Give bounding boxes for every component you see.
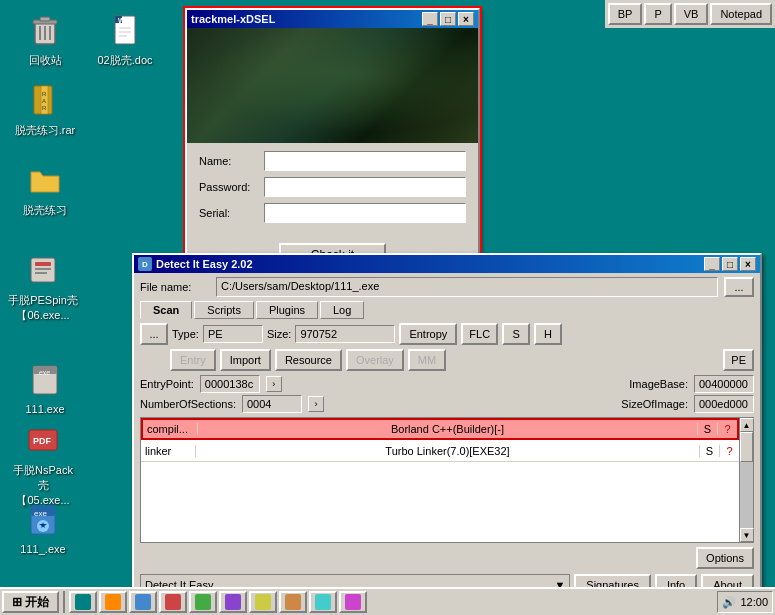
password-row: Password: bbox=[199, 177, 466, 197]
options-button[interactable]: Options bbox=[696, 547, 754, 569]
systray-time: 12:00 bbox=[740, 596, 768, 608]
svg-rect-39 bbox=[345, 594, 361, 610]
entrypoint-label: EntryPoint: bbox=[140, 378, 194, 390]
die-minimize-btn[interactable]: _ bbox=[704, 257, 720, 271]
die-window: D Detect It Easy 2.02 _ □ × File name: C… bbox=[132, 253, 762, 604]
dot-button[interactable]: ... bbox=[140, 323, 168, 345]
numsections-value: 0004 bbox=[242, 395, 302, 413]
close-button[interactable]: × bbox=[458, 12, 474, 26]
vb-button[interactable]: VB bbox=[674, 3, 709, 25]
taskbar-btn-9[interactable] bbox=[309, 591, 337, 613]
filename-row: File name: C:/Users/sam/Desktop/111_.exe… bbox=[140, 277, 754, 297]
import-button[interactable]: Import bbox=[220, 349, 271, 371]
notepad-button[interactable]: Notepad bbox=[710, 3, 772, 25]
svg-rect-38 bbox=[315, 594, 331, 610]
die-body: File name: C:/Users/sam/Desktop/111_.exe… bbox=[134, 273, 760, 602]
desktop-icon-recycle[interactable]: 回收站 bbox=[10, 10, 80, 68]
linker-label: linker bbox=[141, 445, 196, 457]
taskbar-btn-2[interactable] bbox=[99, 591, 127, 613]
recycle-bin-label: 回收站 bbox=[29, 53, 62, 68]
desktop-icon-111-exe[interactable]: exe 111_.exe bbox=[8, 500, 78, 555]
taskbar-btn-4[interactable] bbox=[159, 591, 187, 613]
svg-text:W: W bbox=[118, 17, 125, 24]
die-maximize-btn[interactable]: □ bbox=[722, 257, 738, 271]
start-icon: ⊞ bbox=[12, 595, 22, 609]
resource-button[interactable]: Resource bbox=[275, 349, 342, 371]
compiler-q: ? bbox=[717, 423, 737, 435]
name-input[interactable] bbox=[264, 151, 466, 171]
entrypoint-arrow[interactable]: › bbox=[266, 376, 282, 392]
pe-button[interactable]: PE bbox=[723, 349, 754, 371]
crackme-title: trackmel-xDSEL bbox=[191, 13, 275, 25]
exe111-2-icon: exe bbox=[23, 500, 63, 540]
numsections-row: NumberOfSections: 0004 › SizeOfImage: 00… bbox=[140, 395, 754, 413]
die-titlebar: D Detect It Easy 2.02 _ □ × bbox=[134, 255, 760, 273]
desktop-icon-111exe[interactable]: .exe 111.exe bbox=[10, 360, 80, 415]
entropy-button[interactable]: Entropy bbox=[399, 323, 457, 345]
scroll-thumb[interactable] bbox=[740, 432, 753, 462]
taskbar-icon-10 bbox=[345, 594, 361, 610]
detection-list: compil... Borland C++(Builder)[-] S ? li… bbox=[141, 418, 739, 542]
tab-scan[interactable]: Scan bbox=[140, 301, 192, 319]
mm-button[interactable]: MM bbox=[408, 349, 446, 371]
serial-input[interactable] bbox=[264, 203, 466, 223]
bp-button[interactable]: BP bbox=[608, 3, 643, 25]
taskbar-icon-8 bbox=[285, 594, 301, 610]
die-app-icon: D bbox=[138, 257, 152, 271]
desktop-icon-word[interactable]: W 02脱壳.doc bbox=[90, 10, 160, 68]
crackme-window: trackmel-xDSEL _ □ × Name: Password: Ser… bbox=[185, 8, 480, 279]
taskbar-btn-8[interactable] bbox=[279, 591, 307, 613]
svg-rect-33 bbox=[165, 594, 181, 610]
s-button[interactable]: S bbox=[502, 323, 530, 345]
numsections-arrow[interactable]: › bbox=[308, 396, 324, 412]
taskbar-btn-6[interactable] bbox=[219, 591, 247, 613]
desktop-icon-rar[interactable]: R A R 脱壳练习.rar bbox=[10, 80, 80, 138]
entry-button[interactable]: Entry bbox=[170, 349, 216, 371]
taskbar-btn-10[interactable] bbox=[339, 591, 367, 613]
entrypoint-value: 0000138c bbox=[200, 375, 260, 393]
svg-rect-2 bbox=[40, 17, 50, 21]
flc-button[interactable]: FLC bbox=[461, 323, 498, 345]
svg-rect-35 bbox=[225, 594, 241, 610]
imagebase-value: 00400000 bbox=[694, 375, 754, 393]
size-value: 970752 bbox=[295, 325, 395, 343]
toolbar-row1: ... Type: PE Size: 970752 Entropy FLC S … bbox=[140, 323, 754, 345]
tab-log[interactable]: Log bbox=[320, 301, 364, 319]
overlay-button[interactable]: Overlay bbox=[346, 349, 404, 371]
svg-text:R: R bbox=[42, 91, 47, 97]
taskbar-btn-7[interactable] bbox=[249, 591, 277, 613]
minimize-button[interactable]: _ bbox=[422, 12, 438, 26]
numsections-label: NumberOfSections: bbox=[140, 398, 236, 410]
taskbar-btn-1[interactable] bbox=[69, 591, 97, 613]
start-button[interactable]: ⊞ 开始 bbox=[2, 591, 59, 613]
tab-scripts[interactable]: Scripts bbox=[194, 301, 254, 319]
crackme-image bbox=[187, 28, 478, 143]
systray: 🔊 12:00 bbox=[717, 591, 773, 613]
svg-rect-32 bbox=[135, 594, 151, 610]
p-button[interactable]: P bbox=[644, 3, 671, 25]
taskbar-btn-3[interactable] bbox=[129, 591, 157, 613]
tab-plugins[interactable]: Plugins bbox=[256, 301, 318, 319]
svg-text:PDF: PDF bbox=[33, 436, 52, 446]
taskbar-btn-5[interactable] bbox=[189, 591, 217, 613]
password-input[interactable] bbox=[264, 177, 466, 197]
options-row: Options bbox=[140, 547, 754, 569]
desktop-icon-folder[interactable]: 脱壳练习 bbox=[10, 160, 80, 218]
tabs-row: Scan Scripts Plugins Log bbox=[140, 301, 754, 319]
svg-rect-31 bbox=[105, 594, 121, 610]
maximize-button[interactable]: □ bbox=[440, 12, 456, 26]
browse-button[interactable]: ... bbox=[724, 277, 754, 297]
scroll-down-btn[interactable]: ▼ bbox=[740, 528, 754, 542]
exe111-label: 111.exe bbox=[25, 403, 64, 415]
taskbar-divider bbox=[63, 591, 65, 613]
systray-icon1: 🔊 bbox=[722, 596, 736, 609]
type-value: PE bbox=[203, 325, 263, 343]
h-button[interactable]: H bbox=[534, 323, 562, 345]
rar-label: 脱壳练习.rar bbox=[15, 123, 76, 138]
desktop-icon-pespin[interactable]: 手脱PESpin壳 【06.exe... bbox=[8, 250, 78, 323]
desktop-icon-npack[interactable]: PDF 手脱NsPack壳 【05.exe... bbox=[8, 420, 78, 508]
die-close-btn[interactable]: × bbox=[740, 257, 756, 271]
scroll-up-btn[interactable]: ▲ bbox=[740, 418, 754, 432]
serial-label: Serial: bbox=[199, 207, 264, 219]
info-rows: EntryPoint: 0000138c › ImageBase: 004000… bbox=[140, 375, 754, 413]
